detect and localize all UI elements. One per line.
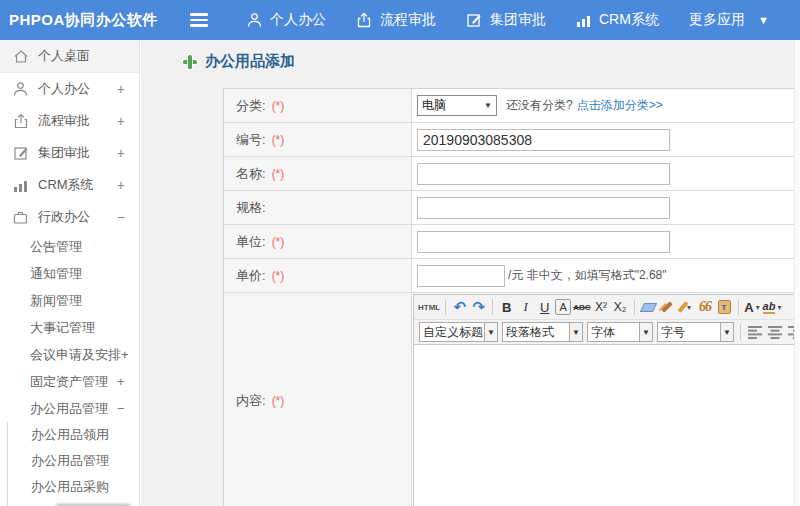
- font-style-button[interactable]: A: [555, 299, 571, 315]
- hamburger-icon[interactable]: [186, 9, 212, 30]
- pen-color-icon[interactable]: ▾: [678, 297, 695, 317]
- caret-down-icon: ▼: [569, 323, 582, 341]
- highlight-button[interactable]: ab▾: [763, 297, 782, 317]
- sidebar-item-notice-mgmt[interactable]: 通知管理: [0, 260, 139, 287]
- required-mark: (*): [272, 394, 285, 408]
- sidebar-item-fixed-assets-mgmt[interactable]: 固定资产管理 +: [0, 368, 139, 395]
- scrollbar-track[interactable]: [794, 40, 800, 506]
- form-row-price: 单价: (*) /元 非中文，如填写格式"2.68": [224, 259, 795, 293]
- align-left-icon[interactable]: [748, 326, 763, 339]
- expand-icon[interactable]: +: [117, 374, 125, 389]
- app-logo: PHPOA协同办公软件: [0, 11, 186, 30]
- sidebar: 个人桌面 个人办公 + 流程审批 + 集团审批 +: [0, 40, 140, 506]
- nav-personal-office[interactable]: 个人办公: [232, 0, 341, 40]
- field-label: 单位: (*): [224, 225, 412, 258]
- nav-workflow-approval[interactable]: 流程审批: [341, 0, 451, 40]
- spec-input[interactable]: [417, 197, 670, 219]
- heading-select[interactable]: 自定义标题 ▼: [419, 322, 498, 342]
- sidebar-item-supplies-claim[interactable]: 办公用品领用: [8, 422, 139, 448]
- upload-icon: [13, 113, 29, 129]
- expand-icon[interactable]: +: [117, 145, 125, 161]
- sidebar-item-group-approval[interactable]: 集团审批 +: [0, 137, 139, 169]
- sidebar-item-label: 个人办公: [38, 80, 90, 98]
- sidebar-item-label: 办公用品管理: [30, 400, 108, 418]
- caret-down-icon: ▼: [484, 323, 497, 341]
- name-input[interactable]: [417, 163, 670, 185]
- field-value: /元 非中文，如填写格式"2.68": [412, 259, 795, 292]
- sidebar-item-label: 流程审批: [38, 112, 90, 130]
- superscript-button[interactable]: X²: [593, 297, 610, 317]
- add-icon: [183, 55, 197, 69]
- field-label: 内容: (*): [224, 293, 412, 506]
- sidebar-item-supplies-manage[interactable]: 办公用品管理: [8, 448, 139, 474]
- chart-icon: [13, 178, 29, 193]
- format-brush-icon[interactable]: [659, 297, 676, 317]
- edit-icon: [13, 145, 29, 161]
- sidebar-item-workflow-approval[interactable]: 流程审批 +: [0, 105, 139, 137]
- nav-group-approval[interactable]: 集团审批: [451, 0, 561, 40]
- paste-table-icon[interactable]: T: [716, 297, 733, 317]
- sidebar-item-news-mgmt[interactable]: 新闻管理: [0, 287, 139, 314]
- nav-crm-system[interactable]: CRM系统: [561, 0, 674, 40]
- expand-icon[interactable]: +: [117, 113, 125, 129]
- alignment-buttons: [748, 326, 795, 339]
- selected-option: 字体: [588, 324, 639, 341]
- sidebar-submenu: 公告管理 通知管理 新闻管理 大事记管理 会议申请及安排+ 固定资产管理 + 办…: [0, 233, 139, 422]
- sidebar-item-supplies-purchase[interactable]: 办公用品采购: [8, 474, 139, 500]
- code-input[interactable]: [417, 129, 670, 151]
- strikethrough-button[interactable]: ABC: [573, 297, 590, 317]
- sidebar-item-office-supplies-mgmt[interactable]: 办公用品管理 −: [0, 395, 139, 422]
- sidebar-item-events-mgmt[interactable]: 大事记管理: [0, 314, 139, 341]
- app-root: PHPOA协同办公软件 个人办公 流程审批 集团审批: [0, 0, 800, 506]
- font-family-select[interactable]: 字体 ▼: [587, 322, 653, 342]
- price-input[interactable]: [417, 265, 505, 287]
- font-color-button[interactable]: A▾: [744, 297, 761, 317]
- blockquote-button[interactable]: 66: [697, 297, 714, 317]
- sidebar-item-meeting-mgmt[interactable]: 会议申请及安排+: [0, 341, 139, 368]
- nav-label: CRM系统: [599, 11, 659, 29]
- sidebar-item-label: 会议申请及安排+: [30, 346, 129, 364]
- sidebar-item-label: 个人桌面: [38, 47, 90, 65]
- italic-button[interactable]: I: [517, 297, 534, 317]
- field-value: [412, 191, 795, 224]
- paragraph-format-select[interactable]: 段落格式 ▼: [502, 322, 583, 342]
- subscript-button[interactable]: X₂: [612, 297, 629, 317]
- unit-input[interactable]: [417, 231, 670, 253]
- sidebar-item-label: 办公用品采购: [31, 478, 109, 496]
- sidebar-item-announcement-mgmt[interactable]: 公告管理: [0, 233, 139, 260]
- sidebar-item-admin-office[interactable]: 行政办公 −: [0, 201, 139, 233]
- select-caret-icon: ▼: [484, 101, 492, 110]
- nav-more-apps[interactable]: 更多应用 ▼: [674, 0, 784, 40]
- sidebar-item-label: 集团审批: [38, 144, 90, 162]
- bold-button[interactable]: B: [498, 297, 515, 317]
- field-label: 分类: (*): [224, 89, 412, 122]
- eraser-icon[interactable]: [640, 297, 657, 317]
- expand-icon[interactable]: +: [117, 81, 125, 97]
- editor-content-area[interactable]: [414, 345, 795, 506]
- field-label: 名称: (*): [224, 157, 412, 190]
- form-row-name: 名称: (*): [224, 157, 795, 191]
- label-text: 分类:: [236, 97, 266, 115]
- category-select[interactable]: 电脑 ▼: [417, 95, 497, 116]
- font-size-select[interactable]: 字号 ▼: [657, 322, 734, 342]
- nav-label: 集团审批: [490, 11, 546, 29]
- form-row-content: 内容: (*) HTML ↶ ↷ B I U: [224, 293, 795, 506]
- caret-down-icon: ▾: [777, 303, 781, 312]
- upload-icon: [356, 12, 372, 28]
- label-text: 规格:: [236, 199, 266, 217]
- html-source-button[interactable]: HTML: [418, 297, 440, 317]
- collapse-icon[interactable]: −: [117, 401, 125, 416]
- sidebar-item-desktop[interactable]: 个人桌面: [0, 40, 139, 73]
- expand-icon[interactable]: +: [117, 177, 125, 193]
- underline-button[interactable]: U: [536, 297, 553, 317]
- align-center-icon[interactable]: [768, 326, 783, 339]
- selected-option: 自定义标题: [420, 324, 484, 341]
- field-value: HTML ↶ ↷ B I U A ABC X² X₂: [412, 293, 795, 506]
- sidebar-item-personal-office[interactable]: 个人办公 +: [0, 73, 139, 105]
- sidebar-item-crm-system[interactable]: CRM系统 +: [0, 169, 139, 201]
- undo-button[interactable]: ↶: [451, 297, 468, 317]
- redo-button[interactable]: ↷: [470, 297, 487, 317]
- add-category-link[interactable]: 点击添加分类>>: [577, 97, 663, 114]
- toolbar-separator: [445, 299, 446, 315]
- collapse-icon[interactable]: −: [117, 209, 125, 225]
